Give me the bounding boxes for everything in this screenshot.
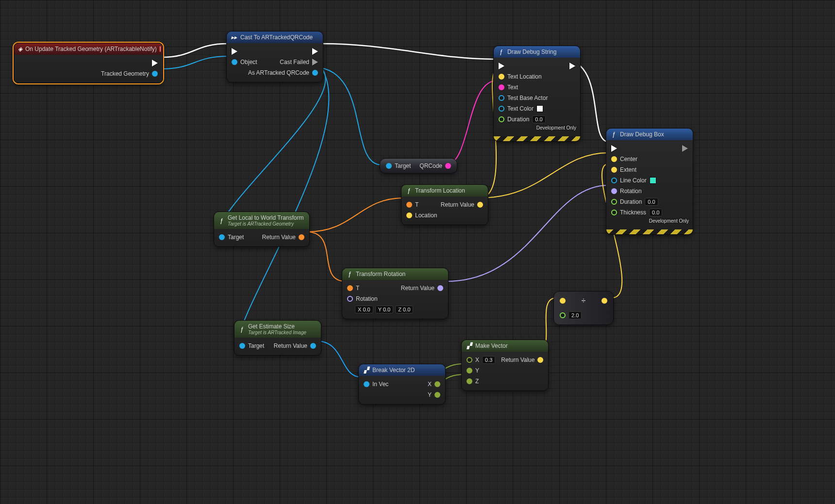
return-pin[interactable] <box>477 202 483 208</box>
pin-label: Line Color <box>620 177 647 184</box>
invec-pin[interactable] <box>364 381 369 387</box>
pin-label: X <box>475 357 479 363</box>
color-pin[interactable] <box>499 106 504 112</box>
exec-out-pin[interactable] <box>152 60 158 66</box>
t-pin[interactable] <box>406 202 412 208</box>
node-header: ▞Break Vector 2D <box>359 364 445 376</box>
object-in-pin[interactable] <box>232 59 237 65</box>
linecolor-pin[interactable] <box>611 178 617 183</box>
exec-out-pin[interactable] <box>682 145 688 152</box>
pin-label: Location <box>415 212 437 219</box>
pin-label: Target <box>395 163 411 169</box>
rotation-pin[interactable] <box>347 296 353 302</box>
a-pin[interactable] <box>560 298 566 304</box>
pin-label: Text Location <box>507 73 542 80</box>
duration-input[interactable]: 0.0 <box>645 198 658 206</box>
return-pin[interactable] <box>299 234 304 240</box>
color-swatch[interactable] <box>650 177 656 184</box>
rotation-pin[interactable] <box>611 188 617 194</box>
center-pin[interactable] <box>611 156 617 162</box>
return-pin[interactable] <box>437 285 443 291</box>
rot-y-input[interactable]: Y 0.0 <box>375 306 394 313</box>
function-icon: ƒ <box>610 131 617 138</box>
pin-label: Return Value <box>441 201 474 208</box>
node-transform-location[interactable]: ƒTransform Location T Return Value Locat… <box>401 184 488 225</box>
thickness-input[interactable]: 0.0 <box>649 209 662 216</box>
z-pin[interactable] <box>467 378 472 384</box>
node-title: Cast To ARTrackedQRCode <box>240 34 313 41</box>
node-draw-debug-string[interactable]: ƒ Draw Debug String Text Location Text T… <box>493 46 581 142</box>
textloc-pin[interactable] <box>499 74 504 80</box>
exec-in-pin[interactable] <box>611 145 617 152</box>
y-pin[interactable] <box>467 368 472 374</box>
exec-out-pin[interactable] <box>569 63 575 69</box>
return-pin[interactable] <box>537 357 543 363</box>
as-out-pin[interactable] <box>312 70 318 76</box>
dev-only-label: Development Only <box>649 218 689 224</box>
node-cast-artrackedqrcode[interactable]: ▸▸ Cast To ARTrackedQRCode Object Cast F… <box>226 31 323 82</box>
x-input[interactable]: 0.3 <box>482 356 495 364</box>
target-pin[interactable] <box>386 163 392 169</box>
exec-fail-pin[interactable] <box>312 59 318 65</box>
node-on-update-tracked-geometry[interactable]: ◈ On Update Tracked Geometry (ARTrackabl… <box>14 43 163 83</box>
result-pin[interactable] <box>601 298 607 304</box>
data-out-pin[interactable] <box>152 71 158 77</box>
node-title: Make Vector <box>475 342 508 349</box>
target-pin[interactable] <box>239 343 245 349</box>
pin-label: Target <box>248 342 264 349</box>
color-swatch[interactable] <box>536 105 543 112</box>
actor-pin[interactable] <box>499 95 504 101</box>
node-title: Draw Debug String <box>507 49 556 55</box>
node-title: Get Local to World Transform <box>228 214 304 221</box>
duration-input[interactable]: 0.0 <box>532 115 545 123</box>
location-pin[interactable] <box>406 212 412 218</box>
node-transform-rotation[interactable]: ƒTransform Rotation T Return Value Rotat… <box>342 268 449 319</box>
pin-label: Center <box>620 156 637 163</box>
node-qrcode-getter[interactable]: Target QRCode <box>380 158 457 174</box>
node-header: ƒTransform Location <box>401 185 488 196</box>
y-out-pin[interactable] <box>434 392 440 398</box>
exec-out-pin[interactable] <box>312 48 318 55</box>
node-subtitle: Target is ARTracked Image <box>248 330 306 335</box>
node-header: ƒ Get Estimate SizeTarget is ARTracked I… <box>234 321 321 338</box>
pin-label: X <box>428 381 432 388</box>
function-icon: ƒ <box>498 49 504 55</box>
node-local-to-world-transform[interactable]: ƒ Get Local to World TransformTarget is … <box>214 211 310 247</box>
breakpoint-icon[interactable] <box>160 46 161 52</box>
t-pin[interactable] <box>347 285 353 291</box>
exec-in-pin[interactable] <box>499 63 504 69</box>
node-make-vector[interactable]: ▞Make Vector X0.3 Return Value Y Z <box>461 340 549 391</box>
make-icon: ▞ <box>466 342 472 349</box>
node-title: Break Vector 2D <box>372 367 415 374</box>
node-title: Draw Debug Box <box>620 131 664 138</box>
pin-label: Tracked Geometry <box>101 70 149 77</box>
extent-pin[interactable] <box>611 167 617 173</box>
node-draw-debug-box[interactable]: ƒ Draw Debug Box Center Extent Line Colo… <box>606 128 693 235</box>
rot-x-input[interactable]: X 0.0 <box>355 306 373 313</box>
node-divide[interactable]: ÷ 2.0 <box>553 291 614 325</box>
pin-label: Return Value <box>501 357 534 363</box>
x-pin[interactable] <box>467 357 472 363</box>
thickness-pin[interactable] <box>611 210 617 215</box>
node-header: ▸▸ Cast To ARTrackedQRCode <box>227 32 323 43</box>
pin-label: Return Value <box>401 285 434 292</box>
duration-pin[interactable] <box>499 116 504 122</box>
x-out-pin[interactable] <box>434 381 440 387</box>
qrcode-out-pin[interactable] <box>445 163 451 169</box>
divisor-input[interactable]: 2.0 <box>568 311 582 319</box>
node-break-vector2d[interactable]: ▞Break Vector 2D In Vec X Y <box>358 364 446 405</box>
rot-z-input[interactable]: Z 0.0 <box>395 306 413 313</box>
text-pin[interactable] <box>499 84 504 90</box>
target-pin[interactable] <box>219 234 225 240</box>
b-pin[interactable] <box>560 312 566 318</box>
event-icon: ◈ <box>18 46 22 52</box>
function-icon: ƒ <box>238 326 245 333</box>
node-title: On Update Tracked Geometry (ARTrackableN… <box>25 46 157 52</box>
pin-label: Rotation <box>620 188 642 195</box>
return-pin[interactable] <box>310 343 316 349</box>
pin-label: Duration <box>620 198 642 205</box>
node-title: Transform Rotation <box>356 271 405 277</box>
duration-pin[interactable] <box>611 199 617 205</box>
exec-in-pin[interactable] <box>232 48 237 55</box>
node-get-estimate-size[interactable]: ƒ Get Estimate SizeTarget is ARTracked I… <box>234 320 321 356</box>
